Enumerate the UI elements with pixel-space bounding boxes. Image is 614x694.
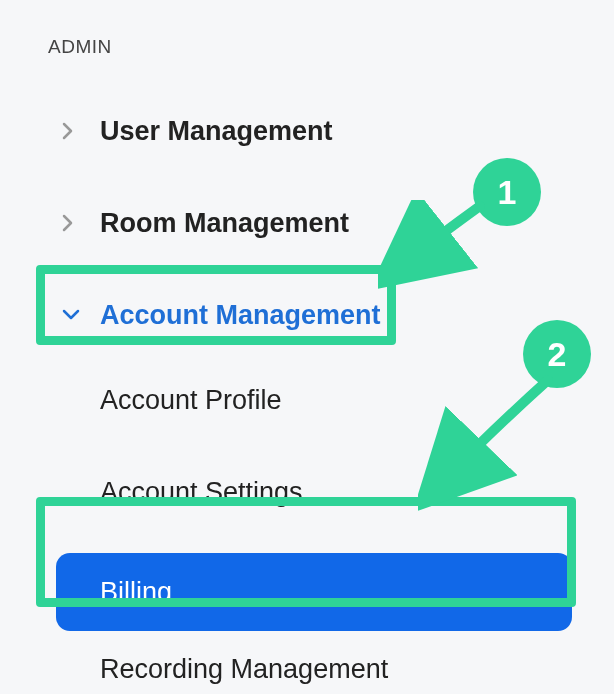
chevron-right-icon [62,214,86,232]
nav-item-user-management[interactable]: User Management [48,106,614,156]
nav-label-account-management: Account Management [100,302,381,329]
sub-item-recording-management[interactable]: Recording Management [48,630,614,694]
nav-label-room-management: Room Management [100,210,349,237]
account-management-subitems: Account Profile Account Settings Billing… [48,354,614,694]
nav-label-user-management: User Management [100,118,333,145]
step-badge-1: 1 [473,158,541,226]
chevron-down-icon [62,309,86,321]
admin-sidebar: ADMIN User Management Room Management Ac… [0,0,614,694]
sub-item-billing[interactable]: Billing [48,538,614,630]
chevron-right-icon [62,122,86,140]
billing-pill: Billing [56,553,572,631]
sub-item-account-settings[interactable]: Account Settings [48,446,614,538]
section-header-admin: ADMIN [48,36,614,58]
step-badge-2: 2 [523,320,591,388]
